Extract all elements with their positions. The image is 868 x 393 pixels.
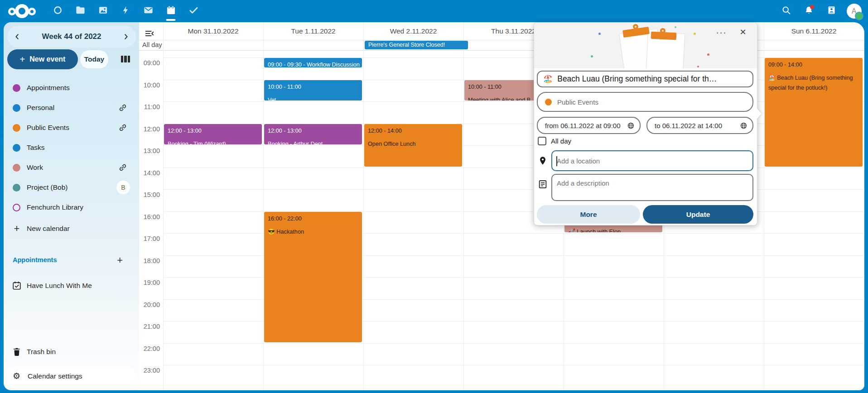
time-label: 22:00 [139,345,160,352]
description-icon [538,179,548,189]
share-link-icon[interactable] [118,163,127,172]
description-field [551,174,753,201]
calendar-event[interactable]: 09:00 - 09:30 - Workflow Discussion [264,58,362,67]
calendar-icon [166,5,176,17]
active-app-indicator [166,19,176,21]
new-event-button[interactable]: + New event [7,49,78,69]
share-link-icon[interactable] [118,123,127,132]
sidebar-calendar-fenchurch-library[interactable]: Fenchurch Library [4,197,139,217]
share-link-icon[interactable] [118,103,127,112]
event-time: 10:00 - 11:00 [268,84,358,91]
sidebar-calendar-appointments[interactable]: Appointments [4,78,139,98]
popover-arrow [757,109,762,119]
app-tasks[interactable] [182,0,205,22]
event-title: Vet [268,95,358,101]
sidebar-calendar-tasks[interactable]: Tasks [4,138,139,158]
notifications-button[interactable] [797,0,820,22]
event-title: Booking - Arthur Dent [268,139,358,145]
sidebar-calendar-work[interactable]: Work [4,158,139,177]
calendar-color-dot [13,184,20,192]
event-title: Booking - Tim (Wizard) [168,139,258,145]
app-calendar[interactable] [159,0,182,22]
column-divider [864,22,864,390]
hour-line [163,189,864,190]
calendar-event[interactable]: 09:00 - 14:00🏖️ Beach Luau (Bring someth… [765,58,863,167]
calendar-event[interactable]: 12:00 - 13:00Booking - Arthur Dent [264,124,362,145]
time-label: 14:00 [139,169,160,177]
event-time: 12:00 - 13:00 [268,128,358,134]
sidebar-calendar-personal[interactable]: Personal [4,98,139,118]
event-title: Open Office Lunch [368,139,458,149]
app-mail[interactable] [137,0,159,22]
calendar-event[interactable]: 16:00 - 22:00😎 Hackathon [264,212,362,342]
column-divider [363,22,364,390]
day-header[interactable]: Mon 31.10.2022 [163,27,263,35]
start-date-field[interactable]: from 06.11.2022 at 09:00 [537,117,641,134]
calendar-color-dot [13,104,20,112]
nextcloud-logo[interactable] [6,0,46,22]
more-button[interactable]: More [537,205,640,224]
timezone-globe-icon[interactable] [627,122,635,129]
app-files[interactable] [69,0,92,22]
allday-toggle[interactable]: All day [538,136,571,146]
timezone-globe-icon[interactable] [740,122,747,129]
event-time: 16:00 - 22:00 [268,216,358,222]
calendar-color-dot [13,124,20,132]
end-date-field[interactable]: to 06.11.2022 at 14:00 [646,117,753,134]
allday-event[interactable]: Pierre's General Store Closed! [365,41,468,49]
location-input[interactable] [552,157,752,165]
contacts-button[interactable] [820,0,843,22]
calendar-color-dot [13,204,20,211]
view-columns-icon[interactable] [121,56,130,62]
column-divider [163,22,164,390]
trash-bin-item[interactable]: Trash bin [4,342,139,362]
app-activity[interactable] [114,0,137,22]
next-week-button[interactable] [116,26,136,48]
update-button[interactable]: Update [643,205,753,224]
calendar-name: Personal [27,104,54,112]
calendar-event[interactable]: 10:00 - 11:00Vet [264,80,362,101]
app-photos[interactable] [92,0,114,22]
allday-row-label: All day [142,41,162,48]
app-dashboard[interactable] [46,0,69,22]
sidebar-calendar-public-events[interactable]: Public Events [4,118,139,138]
time-label: 16:00 [139,213,160,220]
calendar-name: Fenchurch Library [27,203,83,211]
add-appointment-config-button[interactable]: + [117,254,123,266]
day-header[interactable]: Tue 1.11.2022 [263,27,363,35]
collapse-timeline-icon[interactable] [145,29,154,38]
allday-checkbox[interactable] [538,137,546,145]
appointment-config-label: Have Lunch With Me [27,282,92,290]
calendar-settings-button[interactable]: ⚙ Calendar settings [5,366,136,386]
time-label: 18:00 [139,257,160,264]
tasks-icon [188,5,199,17]
today-button[interactable]: Today [80,50,108,68]
calendar-color-dot [545,99,552,105]
close-icon[interactable]: ✕ [735,25,751,39]
calendar-event[interactable]: 12:00 - 14:00Open Office Lunch [364,124,462,167]
day-header[interactable]: Wed 2.11.2022 [363,27,463,35]
mail-icon [143,5,154,17]
search-button[interactable] [775,0,797,22]
user-menu[interactable]: A [843,0,865,22]
calendar-picker[interactable]: Public Events [537,92,753,112]
event-time: 12:00 - 14:00 [368,128,458,134]
app-menu [46,0,205,22]
event-title-field[interactable]: 🏖️ Beach Luau (Bring something special f… [537,71,753,87]
day-header[interactable]: Sun 6.11.2022 [764,27,864,35]
appointment-config-item[interactable]: Have Lunch With Me [4,276,139,296]
event-time: 09:00 - 14:00 [768,62,859,68]
appointments-section: Appointments + [13,256,130,266]
description-input[interactable] [552,175,752,199]
calendar-color-dot [13,144,20,152]
sidebar-calendar-project-bob-[interactable]: Project (Bob)B [4,177,139,197]
popup-actions-menu[interactable]: ··· [714,25,729,39]
calendar-check-icon [12,281,22,291]
previous-week-button[interactable] [7,26,27,48]
shared-by-avatar: B [116,181,130,194]
calendar-color-dot [13,164,20,172]
calendar-event[interactable]: 12:00 - 13:00Booking - Tim (Wizard) [164,124,262,145]
calendar-name: Appointments [27,84,70,92]
new-calendar-button[interactable]: + New calendar [4,219,139,239]
week-title[interactable]: Week 44 of 2022 [42,32,101,41]
